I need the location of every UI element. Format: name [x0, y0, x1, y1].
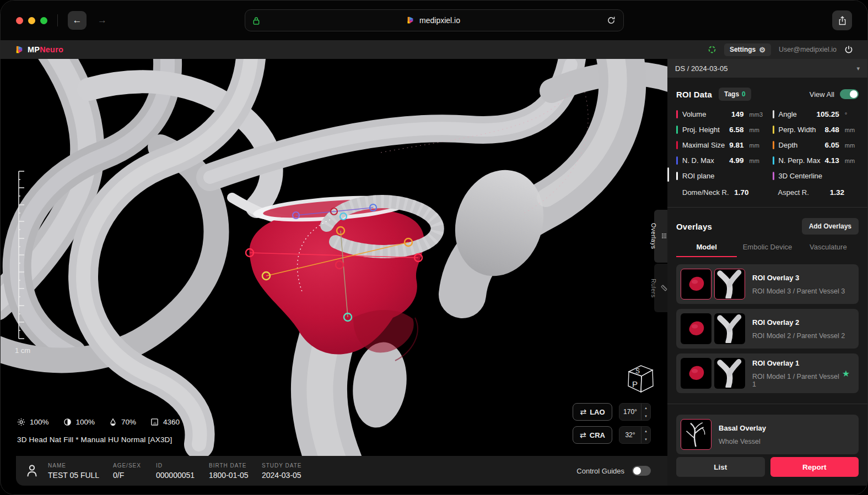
metric-label: Maximal Size	[682, 141, 725, 149]
back-button[interactable]: ←	[68, 11, 87, 30]
control-guides-toggle[interactable]	[632, 466, 651, 476]
list-button[interactable]: List	[676, 457, 765, 477]
cra-label: CRA	[590, 431, 605, 439]
maximize-window-button[interactable]	[40, 17, 47, 24]
layers-icon	[661, 233, 667, 240]
tab-model[interactable]: Model	[676, 243, 737, 257]
metric-label: Volume	[682, 110, 727, 118]
metric-depth: Depth 6.05 mm	[773, 141, 859, 149]
basal-overlay-title: Basal Overlay	[719, 424, 766, 432]
favorite-star-icon[interactable]: ★	[842, 368, 850, 379]
tags-chip[interactable]: Tags 0	[719, 88, 751, 101]
metric-volume: Volume 149 mm3	[676, 110, 764, 118]
metric-value: 149	[731, 110, 744, 118]
forward-button[interactable]: →	[98, 15, 107, 26]
ratio-label: Dome/Neck R.	[682, 188, 734, 197]
swap-icon: ⇄	[580, 431, 586, 439]
lao-step-down-icon[interactable]: ▾	[641, 412, 650, 420]
roi-model-thumbnail	[681, 313, 711, 344]
settings-button[interactable]: Settings ⚙	[724, 43, 771, 56]
overlay-title: ROI Overlay 1	[752, 359, 842, 367]
field-label: STUDY DATE	[262, 463, 301, 469]
metric-label: Proj. Height	[682, 126, 725, 134]
patient-id-field: ID 000000051	[156, 463, 209, 480]
lao-step-up-icon[interactable]: ▴	[641, 404, 650, 412]
scale-label-text: 1 cm	[15, 346, 30, 355]
side-tab-rulers[interactable]: Rulers	[654, 264, 667, 312]
cra-value-field[interactable]: 32° ▴ ▾	[619, 426, 651, 444]
window-level-control[interactable]: 4360	[150, 418, 180, 426]
overlay-card-3[interactable]: ROI Overlay 3 ROI Model 3 / Parent Vesse…	[676, 264, 859, 304]
metric-unit: mm3	[750, 111, 764, 118]
overlay-card-2[interactable]: ROI Overlay 2 ROI Model 2 / Parent Vesse…	[676, 309, 859, 349]
browser-chrome: ← → medipxiel.io	[1, 1, 867, 40]
tab-embolic-device[interactable]: Embolic Device	[737, 243, 797, 257]
close-window-button[interactable]	[16, 17, 23, 24]
field-label: AGE/SEX	[113, 463, 156, 469]
lock-icon	[253, 17, 260, 25]
orientation-cube[interactable]: S P	[622, 361, 655, 397]
lao-value: 170°	[619, 408, 641, 416]
opacity-control[interactable]: 70%	[109, 418, 136, 426]
metric-perp-width: Perp. Width 8.48 mm	[773, 126, 859, 134]
patient-birthdate-field: BIRTH DATE 1800-01-05	[209, 463, 262, 480]
share-button[interactable]	[832, 10, 852, 30]
patient-agesex-field: AGE/SEX 0/F	[113, 463, 156, 480]
roi-metrics: Volume 149 mm3 Angle 105.25 ° Proj. Heig…	[676, 110, 859, 180]
metric-color-bar	[773, 156, 774, 165]
sync-icon[interactable]	[708, 45, 716, 54]
metric-unit: mm	[750, 157, 764, 164]
field-value: 0/F	[113, 471, 156, 480]
parent-vessel-thumbnail	[714, 313, 745, 344]
ratio-dome-neck: Dome/Neck R. 1.70	[676, 188, 763, 197]
patient-info-bar: NAME TEST 05 FULL AGE/SEX 0/F ID 0000000…	[16, 456, 667, 486]
brightness-value: 100%	[30, 418, 49, 426]
metric-maximal-size: Maximal Size 9.81 mm	[676, 141, 764, 149]
lao-value-field[interactable]: 170° ▴ ▾	[619, 403, 651, 421]
metric-value: 8.48	[824, 126, 839, 134]
view-all-toggle[interactable]	[840, 89, 859, 99]
ratio-label: Aspect R.	[778, 188, 830, 197]
cra-step-down-icon[interactable]: ▾	[641, 435, 650, 443]
patient-studydate-field: STUDY DATE 2024-03-05	[262, 463, 301, 480]
basal-overlay-card[interactable]: Basal Overlay Whole Vessel	[676, 415, 859, 454]
brightness-control[interactable]: 100%	[17, 418, 49, 426]
metric-value: 4.13	[824, 156, 839, 165]
tab-vasculature[interactable]: Vasculature	[798, 243, 859, 257]
section-divider	[667, 404, 867, 404]
sidebar-scrollbar[interactable]	[667, 167, 669, 182]
metric-value: 105.25	[816, 110, 839, 118]
field-value: 1800-01-05	[209, 471, 262, 480]
metric-nd-max: N. D. Max 4.99 mm	[676, 156, 764, 165]
address-bar[interactable]: medipxiel.io	[245, 9, 624, 31]
metric-unit: mm	[750, 127, 764, 133]
metric-color-bar	[676, 141, 678, 149]
roi-ratios: Dome/Neck R. 1.70 Aspect R. 1.32	[676, 188, 859, 197]
contrast-icon	[63, 418, 72, 426]
metric-unit: mm	[845, 127, 859, 133]
metric-proj-height: Proj. Height 6.58 mm	[676, 126, 764, 134]
divider	[57, 14, 58, 26]
side-tab-overlays[interactable]: Overlays	[654, 210, 667, 263]
roi-data-title: ROI Data	[676, 90, 712, 99]
minimize-window-button[interactable]	[28, 17, 35, 24]
add-overlays-button[interactable]: Add Overlays	[802, 218, 859, 235]
report-button[interactable]: Report	[770, 457, 859, 477]
field-value: 2024-03-05	[262, 471, 301, 480]
brightness-icon	[17, 418, 25, 426]
3d-viewport[interactable]: 1 cm 100%	[1, 59, 667, 456]
study-selector-dropdown[interactable]: DS / 2024-03-05 ▾	[667, 59, 867, 78]
app-window: ← → medipxiel.io	[0, 0, 868, 495]
lao-button[interactable]: ⇄ LAO	[573, 403, 612, 421]
metric-angle: Angle 105.25 °	[773, 110, 859, 118]
metric-unit: mm	[845, 157, 859, 164]
power-icon[interactable]	[844, 45, 853, 54]
opacity-value: 70%	[121, 418, 136, 426]
overlay-card-1[interactable]: ROI Overlay 1 ROI Model 1 / Parent Vesse…	[676, 353, 859, 393]
roi-model-thumbnail	[681, 269, 711, 300]
cra-step-up-icon[interactable]: ▴	[641, 427, 650, 435]
cra-button[interactable]: ⇄ CRA	[573, 426, 612, 444]
lao-label: LAO	[590, 408, 605, 416]
contrast-control[interactable]: 100%	[63, 418, 95, 426]
refresh-icon[interactable]	[607, 16, 616, 25]
